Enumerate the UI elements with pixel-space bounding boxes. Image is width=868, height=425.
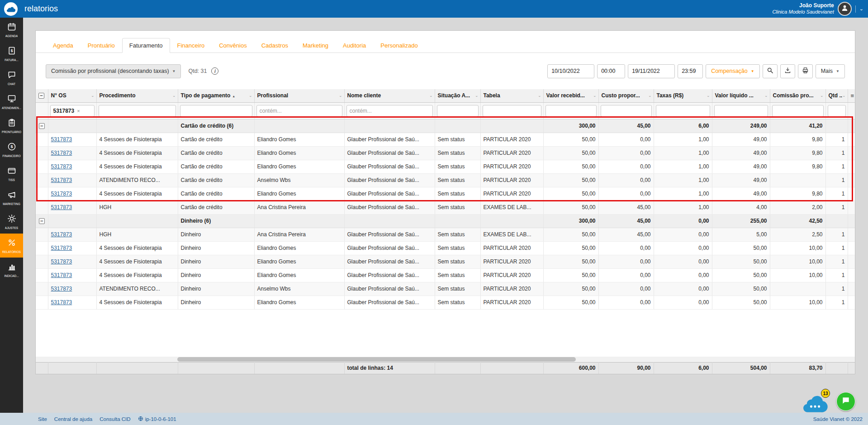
filter-procedimento[interactable]: [99, 105, 176, 117]
search-button[interactable]: [763, 64, 778, 78]
filter-tabela[interactable]: [483, 105, 541, 117]
columns-menu-header[interactable]: ≡: [848, 89, 855, 102]
os-link[interactable]: 5317873: [51, 272, 72, 278]
filter-profissional[interactable]: [256, 105, 342, 117]
table-row[interactable]: 53178734 Sessoes de FisioterapiaCartão d…: [36, 133, 855, 146]
column-header-tipo[interactable]: Tipo de pagamento▲⌄: [178, 89, 254, 102]
sidebar-item-marketing[interactable]: MARKETING: [0, 186, 23, 210]
table-row[interactable]: 5317873HGHCartão de créditoAna Cristina …: [36, 201, 855, 214]
column-header-procedimento[interactable]: Procedimento⌄: [96, 89, 178, 102]
chevron-down-icon[interactable]: ⌄: [859, 6, 863, 12]
group-row[interactable]: −Dinheiro (6)300,0045,000,00255,0042,50: [36, 214, 855, 228]
date-from-input[interactable]: [547, 64, 594, 78]
sidebar-item-ajustes[interactable]: AJUSTES: [0, 210, 23, 234]
sidebar-item-indicadores[interactable]: INDICAD...: [0, 258, 23, 282]
column-header-tabela[interactable]: Tabela⌄: [480, 89, 543, 102]
sidebar-item-tiss[interactable]: TISS: [0, 162, 23, 186]
group-row[interactable]: −Cartão de crédito (6)300,0045,006,00249…: [36, 119, 855, 133]
table-row[interactable]: 53178734 Sessoes de FisioterapiaCartão d…: [36, 160, 855, 173]
date-to-input[interactable]: [628, 64, 675, 78]
column-header-custo[interactable]: Custo propor...⌄: [598, 89, 654, 102]
sidebar-item-chat[interactable]: CHAT: [0, 66, 23, 90]
columns-menu-icon[interactable]: ≡: [851, 92, 854, 99]
sidebar-item-agenda[interactable]: AGENDA: [0, 18, 23, 42]
os-link[interactable]: 5317873: [51, 286, 72, 292]
tab-auditoria[interactable]: Auditoria: [336, 38, 373, 53]
mais-button[interactable]: Mais ▼: [816, 64, 845, 78]
scrollbar-thumb[interactable]: [177, 357, 576, 362]
sidebar-item-prontuario[interactable]: PRONTUÁRIO: [0, 114, 23, 138]
sidebar-item-atendimento[interactable]: ATENDIMEN...: [0, 90, 23, 114]
filter-comissao[interactable]: [772, 105, 824, 117]
filter-recebido[interactable]: [545, 105, 597, 117]
table-row[interactable]: 5317873ATENDIMENTO RECO...Cartão de créd…: [36, 173, 855, 187]
tab-conv-nios[interactable]: Convênios: [212, 38, 254, 53]
chat-button[interactable]: [836, 392, 855, 411]
column-header-profissional[interactable]: Profissional⌄: [254, 89, 344, 102]
tab-agenda[interactable]: Agenda: [46, 38, 81, 53]
table-row[interactable]: 5317873ATENDIMENTO RECO...DinheiroAnselm…: [36, 282, 855, 296]
column-header-comissao[interactable]: Comissão pro...⌄: [770, 89, 825, 102]
os-link[interactable]: 5317873: [51, 136, 72, 143]
os-link[interactable]: 5317873: [51, 258, 72, 265]
collapse-all-header[interactable]: −: [36, 89, 48, 102]
time-to-input[interactable]: [678, 64, 703, 78]
filter-liquido[interactable]: [714, 105, 768, 117]
report-type-select[interactable]: Comissão por profissional (descontando t…: [46, 64, 181, 78]
table-row[interactable]: 53178734 Sessoes de FisioterapiaDinheiro…: [36, 268, 855, 282]
column-header-qtd[interactable]: Qtd ..⌄: [825, 89, 848, 102]
filter-situacao[interactable]: [437, 105, 479, 117]
time-from-input[interactable]: [597, 64, 625, 78]
server-ip-label: ip-10-0-6-101: [145, 416, 176, 422]
table-row[interactable]: 53178734 Sessoes de FisioterapiaCartão d…: [36, 146, 855, 160]
filter-tipo[interactable]: [180, 105, 252, 117]
collapse-group-icon[interactable]: −: [39, 123, 45, 129]
os-link[interactable]: 5317873: [51, 177, 72, 183]
table-row[interactable]: 5317873HGHDinheiroAna Cristina PereiraGl…: [36, 228, 855, 241]
column-header-os[interactable]: N° OS⌄: [48, 89, 96, 102]
tab-cadastros[interactable]: Cadastros: [254, 38, 295, 53]
column-header-situacao[interactable]: Situação A...⌄: [435, 89, 480, 102]
info-icon[interactable]: i: [211, 67, 218, 75]
os-link[interactable]: 5317873: [51, 204, 72, 210]
filter-qtd[interactable]: [828, 105, 846, 117]
print-button[interactable]: [798, 64, 813, 78]
table-row[interactable]: 53178734 Sessoes de FisioterapiaDinheiro…: [36, 296, 855, 309]
filter-os[interactable]: 5317873×: [50, 105, 95, 117]
clear-filter-icon[interactable]: ×: [77, 108, 80, 114]
tab-bar: AgendaProntuárioFaturamentoFinanceiroCon…: [36, 31, 855, 53]
filter-custo[interactable]: [601, 105, 652, 117]
os-link[interactable]: 5317873: [51, 245, 72, 251]
tab-faturamento[interactable]: Faturamento: [122, 38, 170, 53]
column-header-recebido[interactable]: Valor recebid...⌄: [543, 89, 598, 102]
os-link[interactable]: 5317873: [51, 231, 72, 238]
filter-cliente[interactable]: [346, 105, 433, 117]
os-link[interactable]: 5317873: [51, 150, 72, 156]
column-header-liquido[interactable]: Valor líquido ...⌄: [712, 89, 770, 102]
footer-link-central-de-ajuda[interactable]: Central de ajuda: [54, 416, 92, 422]
table-row[interactable]: 53178734 Sessoes de FisioterapiaDinheiro…: [36, 241, 855, 255]
column-header-cliente[interactable]: Nome cliente⌄: [344, 89, 435, 102]
user-avatar[interactable]: [838, 2, 852, 16]
os-link[interactable]: 5317873: [51, 191, 72, 197]
collapse-all-icon[interactable]: −: [38, 93, 44, 99]
sidebar-item-faturamento[interactable]: $FATURA...: [0, 42, 23, 66]
tab-prontu-rio[interactable]: Prontuário: [81, 38, 122, 53]
download-button[interactable]: [780, 64, 795, 78]
table-row[interactable]: 53178734 Sessoes de FisioterapiaCartão d…: [36, 187, 855, 201]
tab-marketing[interactable]: Marketing: [295, 38, 336, 53]
sidebar-item-financeiro[interactable]: $FINANCEIRO: [0, 138, 23, 162]
filter-taxas[interactable]: [656, 105, 710, 117]
os-link[interactable]: 5317873: [51, 299, 72, 306]
sidebar-item-relatorios[interactable]: RELATÓRIOS: [0, 234, 23, 258]
tab-personalizado[interactable]: Personalizado: [373, 38, 425, 53]
support-chat-cloud-button[interactable]: 13: [802, 392, 828, 413]
collapse-group-icon[interactable]: −: [39, 218, 45, 224]
tab-financeiro[interactable]: Financeiro: [170, 38, 212, 53]
compensacao-button[interactable]: Compensação ▼: [706, 64, 760, 78]
column-header-taxas[interactable]: Taxas (R$)⌄: [654, 89, 712, 102]
footer-link-site[interactable]: Site: [38, 416, 47, 422]
os-link[interactable]: 5317873: [51, 163, 72, 170]
table-row[interactable]: 53178734 Sessoes de FisioterapiaDinheiro…: [36, 255, 855, 268]
footer-link-consulta-cid[interactable]: Consulta CID: [100, 416, 130, 422]
